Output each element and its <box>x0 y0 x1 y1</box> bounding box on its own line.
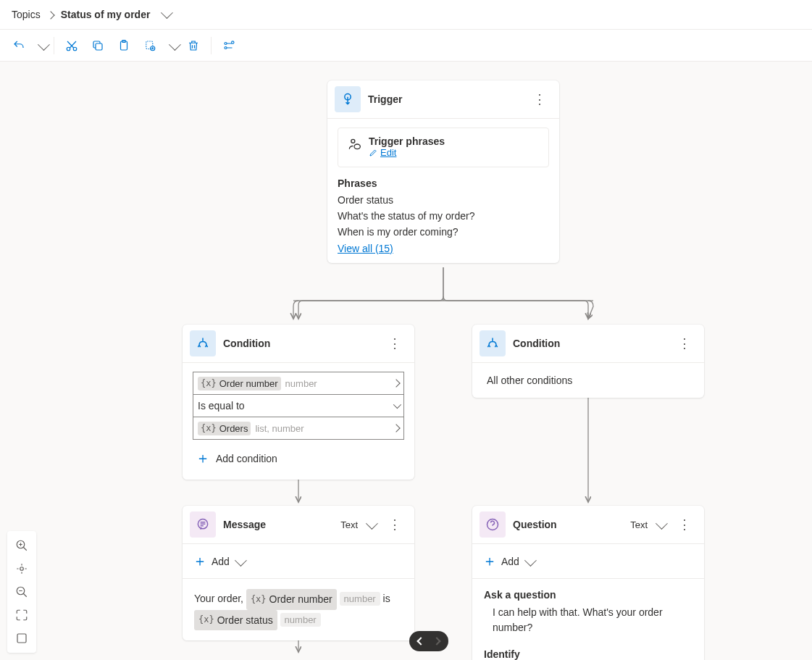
message-title: Message <box>223 519 333 530</box>
undo-dropdown[interactable] <box>33 34 48 57</box>
node-menu-button[interactable]: ⋮ <box>382 518 407 532</box>
trigger-phrases-label: Trigger phrases <box>369 135 445 147</box>
trigger-phrase: Order status <box>338 192 549 208</box>
trigger-title: Trigger <box>368 93 520 105</box>
trigger-phrases-summary[interactable]: Trigger phrases Edit <box>338 128 549 167</box>
node-menu-button[interactable]: ⋮ <box>382 337 407 351</box>
paste-button[interactable] <box>112 34 135 57</box>
zoom-in-button[interactable] <box>10 534 33 557</box>
add-message-variation-button[interactable]: ＋ Add <box>183 544 414 579</box>
message-view-dropdown[interactable]: Text <box>340 519 375 530</box>
toolbar <box>0 30 812 62</box>
mini-map-button[interactable] <box>10 627 33 650</box>
message-icon <box>190 511 216 538</box>
branch-icon <box>480 330 506 356</box>
variable-type: number <box>340 592 380 606</box>
chevron-down-icon <box>656 517 668 530</box>
plus-icon: ＋ <box>482 551 497 571</box>
variation-pager <box>409 631 448 651</box>
fit-view-button[interactable] <box>10 603 33 627</box>
variable-pill[interactable]: {x}Order number <box>246 589 337 610</box>
question-view-dropdown[interactable]: Text <box>630 519 665 530</box>
question-icon <box>480 511 506 538</box>
svg-point-8 <box>225 46 227 49</box>
undo-button[interactable] <box>7 34 30 57</box>
copy-button[interactable] <box>86 34 109 57</box>
condition-header: Condition ⋮ <box>472 325 704 363</box>
plus-icon: ＋ <box>193 551 207 571</box>
add-condition-button[interactable]: ＋ Add condition <box>193 440 404 471</box>
add-question-variation-button[interactable]: ＋ Add <box>472 544 704 579</box>
topic-dropdown[interactable] <box>157 9 170 20</box>
toolbar-separator <box>211 37 212 54</box>
breadcrumb-current[interactable]: Status of my order <box>61 9 151 20</box>
zoom-toolbar <box>7 531 36 653</box>
condition-title: Condition <box>513 338 665 349</box>
trigger-header: Trigger ⋮ <box>327 80 559 119</box>
pencil-icon <box>369 149 377 157</box>
condition-node-other[interactable]: Condition ⋮ All other conditions <box>472 325 704 398</box>
ask-question-label: Ask a question <box>472 579 704 605</box>
chevron-down-icon <box>169 38 181 51</box>
view-all-link[interactable]: View all (15) <box>338 240 393 254</box>
svg-point-12 <box>354 144 360 149</box>
chevron-right-icon <box>392 424 400 432</box>
chevron-down-icon <box>161 7 173 19</box>
message-text: is <box>383 593 390 604</box>
trigger-phrase: When is my order coming? <box>338 224 549 240</box>
chevron-down-icon <box>38 38 50 51</box>
branch-icon <box>190 330 216 356</box>
message-header: Message Text ⋮ <box>183 506 414 544</box>
svg-point-0 <box>67 47 70 51</box>
person-chat-icon <box>347 135 361 159</box>
chevron-down-icon <box>235 554 247 567</box>
plus-icon: ＋ <box>196 448 210 468</box>
paste-dropdown[interactable] <box>164 34 179 57</box>
chevron-down-icon <box>366 517 378 530</box>
identify-label: Identify <box>472 646 704 660</box>
prev-variation-button[interactable] <box>414 634 428 648</box>
phrases-section-label: Phrases <box>338 177 549 189</box>
edit-link[interactable]: Edit <box>369 147 396 158</box>
delete-button[interactable] <box>182 34 205 57</box>
next-variation-button[interactable] <box>430 634 444 648</box>
condition-title: Condition <box>223 338 375 349</box>
trigger-node[interactable]: Trigger ⋮ Trigger phrases Edit Phrases O… <box>327 80 559 263</box>
node-menu-button[interactable]: ⋮ <box>672 518 697 532</box>
svg-point-16 <box>20 567 24 571</box>
condition-value-picker[interactable]: {x}Orders list, number <box>193 417 404 440</box>
trigger-icon <box>335 86 361 112</box>
all-other-conditions-label: All other conditions <box>472 363 704 398</box>
authoring-canvas[interactable]: Trigger ⋮ Trigger phrases Edit Phrases O… <box>0 62 812 660</box>
question-prompt[interactable]: I can help with that. What's your order … <box>472 605 704 646</box>
question-node[interactable]: Question Text ⋮ ＋ Add Ask a question I c… <box>472 506 704 660</box>
chevron-right-icon <box>392 379 400 387</box>
message-text: Your order, <box>194 593 246 604</box>
svg-point-7 <box>225 42 227 44</box>
breadcrumb-root[interactable]: Topics <box>12 9 41 20</box>
zoom-reset-button[interactable] <box>10 557 33 580</box>
question-header: Question Text ⋮ <box>472 506 704 544</box>
message-node[interactable]: Message Text ⋮ ＋ Add Your order, {x}Orde… <box>183 506 414 640</box>
paste-special-button[interactable] <box>138 34 162 57</box>
node-menu-button[interactable]: ⋮ <box>527 93 552 106</box>
svg-rect-2 <box>96 43 102 50</box>
condition-operator-picker[interactable]: Is equal to <box>193 394 404 417</box>
message-body[interactable]: Your order, {x}Order number number is {x… <box>183 579 414 640</box>
chevron-down-icon <box>393 401 401 409</box>
variables-button[interactable] <box>217 34 240 57</box>
condition-variable-picker[interactable]: {x}Order number number <box>193 372 404 395</box>
variable-pill[interactable]: {x}Order status <box>194 610 277 631</box>
condition-node[interactable]: Condition ⋮ {x}Order number number Is eq… <box>183 325 414 480</box>
condition-header: Condition ⋮ <box>183 325 414 363</box>
svg-point-11 <box>351 139 355 143</box>
svg-point-1 <box>73 47 77 51</box>
toolbar-separator <box>54 37 54 54</box>
breadcrumb-bar: Topics Status of my order <box>0 0 812 30</box>
chevron-down-icon <box>524 554 537 567</box>
zoom-out-button[interactable] <box>10 580 33 603</box>
node-menu-button[interactable]: ⋮ <box>672 337 697 351</box>
cut-button[interactable] <box>60 34 83 57</box>
variable-type: number <box>280 613 321 627</box>
chevron-right-icon <box>48 9 54 20</box>
